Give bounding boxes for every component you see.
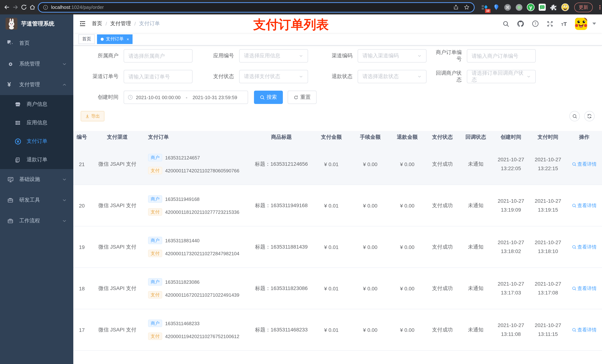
search-button[interactable]: 搜索: [254, 91, 283, 104]
view-detail-link[interactable]: 查看详情: [572, 285, 597, 292]
refresh-table-button[interactable]: [584, 111, 595, 121]
extensions-puzzle-icon[interactable]: [549, 3, 558, 11]
cell-id: 20: [73, 203, 90, 208]
cell-notify: 未通知: [459, 326, 492, 333]
cell-refund: ¥ 0.00: [389, 285, 426, 291]
create-time-range-picker[interactable]: 2021-10-01 00:00:00 - 2021-10-31 23:59:5…: [124, 91, 248, 104]
cell-order: 商户1635312124657 支付4200001174202110278060…: [144, 154, 252, 174]
date-end: 2021-10-31 23:59:59: [193, 94, 237, 100]
browser-home-icon[interactable]: [29, 2, 35, 13]
channel-code-select[interactable]: 请输入渠道编码: [358, 49, 427, 62]
merchant-order-no: 1635312124657: [165, 155, 200, 160]
share-icon[interactable]: [453, 4, 459, 10]
export-button[interactable]: 导出: [81, 111, 104, 121]
breadcrumb-home[interactable]: 首页: [92, 20, 102, 27]
pay-status-select[interactable]: 请选择支付状态: [239, 70, 308, 83]
merchant-order-no-field[interactable]: [472, 53, 531, 59]
table-row: 21 微信 JSAPI 支付 商户1635312124657 支付4200001…: [73, 144, 602, 185]
avatar[interactable]: [575, 18, 587, 30]
pay-tag: 支付: [148, 291, 162, 299]
table-header: 编号 支付渠道 支付订单 商品标题 支付金额 手续金额 退款金额 支付状态 回调…: [73, 131, 602, 144]
sidebar-item-home[interactable]: 首页: [0, 33, 73, 54]
pay-tag: 支付: [148, 208, 162, 216]
navbar-actions: ? TT: [503, 18, 596, 30]
help-icon[interactable]: ?: [532, 20, 538, 27]
sidebar-item-infra[interactable]: 基础设施: [0, 169, 73, 190]
cell-refund: ¥ 0.00: [389, 203, 426, 208]
search-icon: [572, 114, 577, 119]
refresh-icon: [587, 114, 592, 119]
sidebar-item-system[interactable]: 系统管理: [0, 54, 73, 74]
cell-channel: 微信 JSAPI 支付: [90, 244, 144, 250]
fullscreen-icon[interactable]: [547, 21, 553, 27]
address-bar[interactable]: localhost:1024/pay/order: [38, 2, 475, 12]
browser-back-icon[interactable]: [4, 2, 10, 13]
url-path: :1024/pay/order: [70, 4, 104, 10]
sidebar-item-devtools[interactable]: 研发工具: [0, 190, 73, 210]
sidebar-item-pay-order[interactable]: ¥ 支付订单: [0, 132, 73, 151]
sidebar-item-payment[interactable]: ¥ 支付管理: [0, 74, 73, 95]
sidebar-item-workflow[interactable]: 工作流程: [0, 210, 73, 231]
browser-forward-icon[interactable]: [12, 2, 19, 13]
cell-pay-time: 2021-10-2713:11:15: [529, 321, 567, 338]
cell-order: 商户1635311468233 支付4200001194202110276752…: [144, 320, 252, 340]
cell-pay-time: 2021-10-2713:22:15: [529, 156, 567, 173]
balloon-extension-icon[interactable]: [492, 3, 500, 11]
merchant-order-no-input[interactable]: [467, 49, 536, 62]
close-icon[interactable]: ×: [127, 37, 129, 41]
col-header-order: 支付订单: [144, 134, 252, 141]
filter-label: 支付状态: [207, 73, 239, 80]
browser-menu-icon[interactable]: ⋮: [597, 4, 602, 10]
svg-text:¥: ¥: [17, 139, 19, 143]
tab-pay-order[interactable]: 支付订单 ×: [97, 34, 133, 44]
search-icon: [572, 162, 576, 166]
merchant-input-field[interactable]: [129, 53, 188, 59]
tab-home[interactable]: 首页: [78, 34, 95, 44]
browser-update-button[interactable]: 更新: [574, 2, 593, 12]
show-search-button[interactable]: [570, 111, 580, 121]
github-icon[interactable]: [517, 20, 524, 27]
merchant-input[interactable]: [124, 49, 193, 62]
y-extension-icon[interactable]: y: [527, 3, 535, 11]
search-icon[interactable]: [503, 21, 509, 27]
emoji-profile-icon[interactable]: [561, 3, 569, 11]
notify-status-select[interactable]: 请选择订单回调商户状态: [467, 70, 536, 83]
channel-order-no-input[interactable]: [124, 70, 193, 83]
channel-order-no-field[interactable]: [129, 74, 188, 80]
command-extension-icon[interactable]: ⌘: [504, 3, 512, 11]
breadcrumb: 首页 / 支付管理 / 支付订单: [92, 20, 160, 27]
cell-title: 标题：1635312124656: [252, 161, 311, 167]
view-detail-link[interactable]: 查看详情: [572, 202, 597, 209]
extensions-area: 10 ⌘ y: [481, 3, 569, 11]
reset-button[interactable]: 重置: [288, 91, 317, 104]
view-detail-link[interactable]: 查看详情: [572, 161, 597, 167]
sidebar-item-app-info[interactable]: 应用信息: [0, 114, 73, 132]
col-header-refund: 退款金额: [389, 134, 426, 141]
col-header-title: 商品标题: [252, 134, 311, 141]
record-extension-icon[interactable]: [515, 3, 523, 11]
sidebar-item-merchant-info[interactable]: 商户信息: [0, 95, 73, 114]
font-size-icon[interactable]: TT: [561, 21, 567, 27]
browser-reload-icon[interactable]: [21, 2, 27, 13]
sidebar-item-label: 支付订单: [27, 138, 47, 145]
cell-refund: ¥ 0.00: [389, 327, 426, 333]
avatar-caret-icon[interactable]: [592, 22, 596, 25]
shop-icon: [15, 101, 24, 107]
site-info-icon[interactable]: [43, 5, 48, 10]
cell-amount: ¥ 0.01: [311, 161, 352, 167]
view-detail-link[interactable]: 查看详情: [572, 244, 597, 250]
col-header-action: 操作: [567, 134, 602, 141]
view-detail-link[interactable]: 查看详情: [572, 326, 597, 333]
cell-fee: ¥ 0.00: [352, 161, 389, 167]
chat-extension-icon[interactable]: [538, 3, 546, 11]
channel-order-no: 4200001173202110272847982104: [165, 251, 239, 256]
cell-fee: ¥ 0.00: [352, 203, 389, 208]
sidebar-item-refund-order[interactable]: 退款订单: [0, 151, 73, 169]
sidebar-collapse-icon[interactable]: [79, 20, 86, 27]
app-select[interactable]: 请选择应用信息: [239, 49, 308, 62]
refund-status-select[interactable]: 请选择退款状态: [358, 70, 427, 83]
cell-title: 标题：1635311823086: [252, 285, 311, 292]
select-placeholder: 请选择应用信息: [244, 52, 280, 59]
kanban-extension-icon[interactable]: 10: [481, 3, 489, 11]
bookmark-star-icon[interactable]: [464, 4, 469, 10]
